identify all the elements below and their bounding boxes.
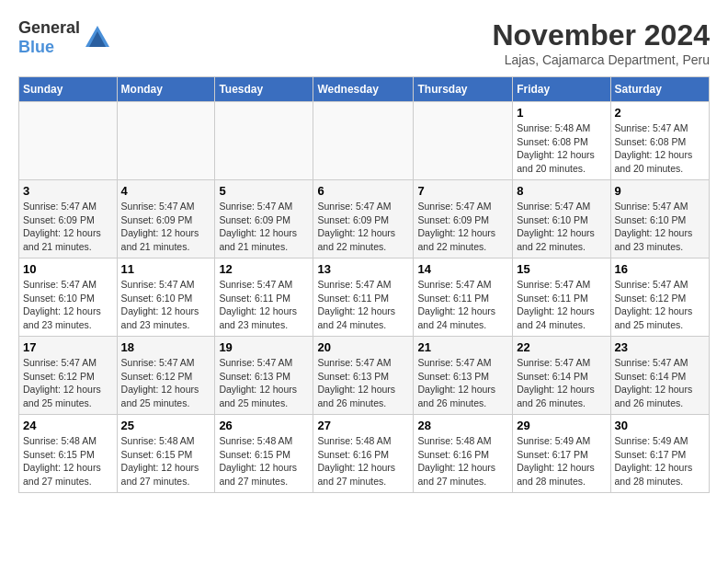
- day-number: 26: [219, 419, 309, 432]
- day-number: 10: [23, 262, 113, 276]
- logo-icon: [84, 24, 111, 52]
- day-cell: 5Sunrise: 5:47 AM Sunset: 6:09 PM Daylig…: [215, 180, 313, 259]
- day-cell: 27Sunrise: 5:48 AM Sunset: 6:16 PM Dayli…: [313, 415, 414, 493]
- day-info: Sunrise: 5:47 AM Sunset: 6:09 PM Dayligh…: [121, 200, 211, 254]
- day-cell: [117, 102, 215, 180]
- month-title: November 2024: [492, 18, 710, 52]
- day-cell: 14Sunrise: 5:47 AM Sunset: 6:11 PM Dayli…: [414, 259, 513, 337]
- day-cell: 30Sunrise: 5:49 AM Sunset: 6:17 PM Dayli…: [610, 415, 709, 493]
- logo: General Blue: [18, 18, 111, 57]
- day-cell: 29Sunrise: 5:49 AM Sunset: 6:17 PM Dayli…: [513, 415, 610, 493]
- logo-blue: Blue: [18, 38, 54, 56]
- day-header-saturday: Saturday: [610, 77, 709, 102]
- day-number: 24: [23, 419, 113, 432]
- day-cell: 24Sunrise: 5:48 AM Sunset: 6:15 PM Dayli…: [19, 415, 118, 493]
- day-info: Sunrise: 5:47 AM Sunset: 6:13 PM Dayligh…: [219, 356, 309, 410]
- day-cell: 1Sunrise: 5:48 AM Sunset: 6:08 PM Daylig…: [513, 102, 610, 180]
- day-cell: 19Sunrise: 5:47 AM Sunset: 6:13 PM Dayli…: [215, 337, 313, 415]
- day-info: Sunrise: 5:48 AM Sunset: 6:16 PM Dayligh…: [417, 434, 508, 488]
- day-number: 2: [615, 106, 705, 120]
- day-number: 7: [417, 184, 508, 198]
- day-cell: [414, 102, 513, 180]
- day-info: Sunrise: 5:47 AM Sunset: 6:09 PM Dayligh…: [317, 200, 409, 254]
- day-cell: 18Sunrise: 5:47 AM Sunset: 6:12 PM Dayli…: [117, 337, 215, 415]
- logo-general: General: [18, 18, 80, 37]
- day-number: 12: [219, 262, 309, 276]
- day-info: Sunrise: 5:47 AM Sunset: 6:11 PM Dayligh…: [517, 278, 606, 332]
- day-number: 8: [517, 184, 606, 198]
- day-info: Sunrise: 5:47 AM Sunset: 6:14 PM Dayligh…: [517, 356, 606, 410]
- day-info: Sunrise: 5:48 AM Sunset: 6:16 PM Dayligh…: [317, 434, 409, 488]
- calendar-table: SundayMondayTuesdayWednesdayThursdayFrid…: [18, 76, 710, 493]
- day-info: Sunrise: 5:47 AM Sunset: 6:11 PM Dayligh…: [219, 278, 309, 332]
- day-cell: 17Sunrise: 5:47 AM Sunset: 6:12 PM Dayli…: [19, 337, 118, 415]
- day-cell: 13Sunrise: 5:47 AM Sunset: 6:11 PM Dayli…: [313, 259, 414, 337]
- week-row-1: 1Sunrise: 5:48 AM Sunset: 6:08 PM Daylig…: [19, 102, 710, 180]
- day-info: Sunrise: 5:47 AM Sunset: 6:10 PM Dayligh…: [517, 200, 606, 254]
- day-cell: 7Sunrise: 5:47 AM Sunset: 6:09 PM Daylig…: [414, 180, 513, 259]
- day-info: Sunrise: 5:47 AM Sunset: 6:12 PM Dayligh…: [121, 356, 211, 410]
- day-number: 6: [317, 184, 409, 198]
- day-info: Sunrise: 5:47 AM Sunset: 6:13 PM Dayligh…: [417, 356, 508, 410]
- day-info: Sunrise: 5:47 AM Sunset: 6:09 PM Dayligh…: [219, 200, 309, 254]
- day-number: 13: [317, 262, 409, 276]
- day-info: Sunrise: 5:47 AM Sunset: 6:14 PM Dayligh…: [615, 356, 705, 410]
- day-cell: 2Sunrise: 5:47 AM Sunset: 6:08 PM Daylig…: [610, 102, 709, 180]
- day-cell: 21Sunrise: 5:47 AM Sunset: 6:13 PM Dayli…: [414, 337, 513, 415]
- day-number: 30: [615, 419, 705, 432]
- day-number: 28: [417, 419, 508, 432]
- day-info: Sunrise: 5:48 AM Sunset: 6:15 PM Dayligh…: [23, 434, 113, 488]
- day-number: 18: [121, 340, 211, 354]
- day-info: Sunrise: 5:49 AM Sunset: 6:17 PM Dayligh…: [517, 434, 606, 488]
- day-cell: [313, 102, 414, 180]
- day-number: 21: [417, 340, 508, 354]
- title-area: November 2024 Lajas, Cajamarca Departmen…: [492, 18, 710, 67]
- day-number: 9: [615, 184, 705, 198]
- day-header-wednesday: Wednesday: [313, 77, 414, 102]
- day-info: Sunrise: 5:47 AM Sunset: 6:08 PM Dayligh…: [615, 121, 705, 176]
- day-cell: [215, 102, 313, 180]
- location-subtitle: Lajas, Cajamarca Department, Peru: [492, 52, 710, 67]
- week-row-3: 10Sunrise: 5:47 AM Sunset: 6:10 PM Dayli…: [19, 259, 710, 337]
- day-header-friday: Friday: [513, 77, 610, 102]
- day-info: Sunrise: 5:48 AM Sunset: 6:15 PM Dayligh…: [121, 434, 211, 488]
- day-cell: 4Sunrise: 5:47 AM Sunset: 6:09 PM Daylig…: [117, 180, 215, 259]
- day-cell: 15Sunrise: 5:47 AM Sunset: 6:11 PM Dayli…: [513, 259, 610, 337]
- day-number: 17: [23, 340, 113, 354]
- week-row-2: 3Sunrise: 5:47 AM Sunset: 6:09 PM Daylig…: [19, 180, 710, 259]
- day-info: Sunrise: 5:47 AM Sunset: 6:11 PM Dayligh…: [417, 278, 508, 332]
- day-info: Sunrise: 5:47 AM Sunset: 6:09 PM Dayligh…: [23, 200, 113, 254]
- day-number: 25: [121, 419, 211, 432]
- week-row-4: 17Sunrise: 5:47 AM Sunset: 6:12 PM Dayli…: [19, 337, 710, 415]
- day-cell: 22Sunrise: 5:47 AM Sunset: 6:14 PM Dayli…: [513, 337, 610, 415]
- day-number: 5: [219, 184, 309, 198]
- day-info: Sunrise: 5:47 AM Sunset: 6:10 PM Dayligh…: [23, 278, 113, 332]
- day-cell: 10Sunrise: 5:47 AM Sunset: 6:10 PM Dayli…: [19, 259, 118, 337]
- day-info: Sunrise: 5:47 AM Sunset: 6:09 PM Dayligh…: [417, 200, 508, 254]
- day-number: 29: [517, 419, 606, 432]
- day-cell: 26Sunrise: 5:48 AM Sunset: 6:15 PM Dayli…: [215, 415, 313, 493]
- day-cell: 20Sunrise: 5:47 AM Sunset: 6:13 PM Dayli…: [313, 337, 414, 415]
- day-info: Sunrise: 5:49 AM Sunset: 6:17 PM Dayligh…: [615, 434, 705, 488]
- day-info: Sunrise: 5:48 AM Sunset: 6:15 PM Dayligh…: [219, 434, 309, 488]
- day-cell: 16Sunrise: 5:47 AM Sunset: 6:12 PM Dayli…: [610, 259, 709, 337]
- day-cell: 6Sunrise: 5:47 AM Sunset: 6:09 PM Daylig…: [313, 180, 414, 259]
- day-number: 22: [517, 340, 606, 354]
- day-info: Sunrise: 5:47 AM Sunset: 6:11 PM Dayligh…: [317, 278, 409, 332]
- day-info: Sunrise: 5:48 AM Sunset: 6:08 PM Dayligh…: [517, 121, 606, 176]
- day-info: Sunrise: 5:47 AM Sunset: 6:13 PM Dayligh…: [317, 356, 409, 410]
- day-number: 16: [615, 262, 705, 276]
- day-number: 14: [417, 262, 508, 276]
- day-number: 3: [23, 184, 113, 198]
- day-header-tuesday: Tuesday: [215, 77, 313, 102]
- header-row: SundayMondayTuesdayWednesdayThursdayFrid…: [19, 77, 710, 102]
- day-info: Sunrise: 5:47 AM Sunset: 6:12 PM Dayligh…: [615, 278, 705, 332]
- day-header-thursday: Thursday: [414, 77, 513, 102]
- day-header-sunday: Sunday: [19, 77, 118, 102]
- day-cell: 28Sunrise: 5:48 AM Sunset: 6:16 PM Dayli…: [414, 415, 513, 493]
- day-cell: [19, 102, 118, 180]
- day-info: Sunrise: 5:47 AM Sunset: 6:10 PM Dayligh…: [121, 278, 211, 332]
- day-number: 11: [121, 262, 211, 276]
- day-cell: 9Sunrise: 5:47 AM Sunset: 6:10 PM Daylig…: [610, 180, 709, 259]
- day-header-monday: Monday: [117, 77, 215, 102]
